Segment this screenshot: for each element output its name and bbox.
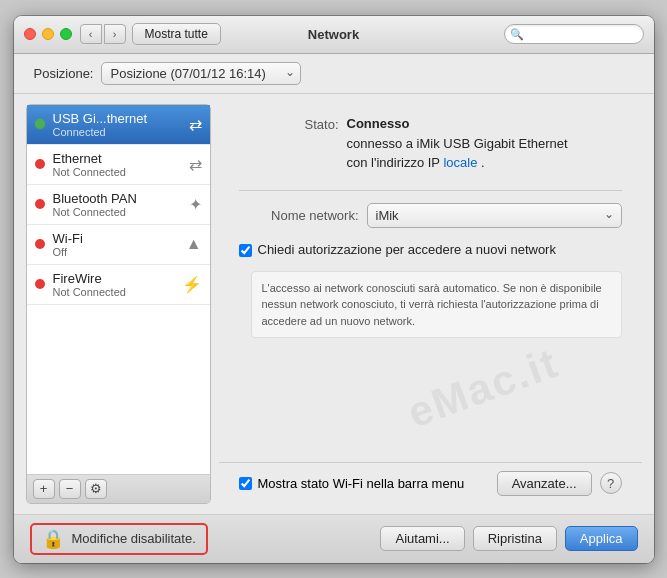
desc-row1-value: connesso a iMik USB Gigabit Ethernet xyxy=(347,136,622,151)
ip-prefix-text: con l'indirizzo IP xyxy=(347,155,440,170)
net-status-ethernet: Not Connected xyxy=(53,166,185,178)
applica-button[interactable]: Applica xyxy=(565,526,638,551)
wifi-menu-label: Mostra stato Wi-Fi nella barra menu xyxy=(258,476,465,491)
left-panel: USB Gi...thernet Connected ⇄ Ethernet No… xyxy=(26,104,211,504)
desc-row1-label xyxy=(239,136,339,137)
network-item-ethernet[interactable]: Ethernet Not Connected ⇄ xyxy=(27,145,210,185)
nome-network-row: Nome network: iMik xyxy=(219,199,642,232)
net-info-usb: USB Gi...thernet Connected xyxy=(53,111,185,138)
network-list: USB Gi...thernet Connected ⇄ Ethernet No… xyxy=(27,105,210,474)
minimize-button[interactable] xyxy=(42,28,54,40)
stato-value: Connesso xyxy=(347,116,622,131)
stato-label: Stato: xyxy=(239,116,339,132)
watermark: eMac.it xyxy=(402,338,565,437)
posizione-label: Posizione: xyxy=(34,66,94,81)
description-text: L'accesso ai network conosciuti sarà aut… xyxy=(262,282,602,327)
ripristina-button[interactable]: Ripristina xyxy=(473,526,557,551)
net-name-firewire: FireWire xyxy=(53,271,178,286)
net-icon-wifi: ▲ xyxy=(186,235,202,253)
net-status-wifi: Off xyxy=(53,246,182,258)
net-icon-usb: ⇄ xyxy=(189,115,202,134)
left-toolbar: + − ⚙ xyxy=(27,474,210,503)
maximize-button[interactable] xyxy=(60,28,72,40)
search-box: 🔍 xyxy=(504,24,644,44)
network-item-bluetooth[interactable]: Bluetooth PAN Not Connected ✦ xyxy=(27,185,210,225)
autorizzazione-checkbox[interactable] xyxy=(239,244,252,257)
divider xyxy=(239,190,622,191)
net-icon-ethernet: ⇄ xyxy=(189,155,202,174)
posizione-select[interactable]: Posizione (07/01/12 16:14) xyxy=(101,62,301,85)
aiutami-button[interactable]: Aiutami... xyxy=(380,526,464,551)
main-window: ‹ › Mostra tutte Network 🔍 Posizione: Po… xyxy=(14,16,654,563)
nome-network-select-wrapper: iMik xyxy=(367,203,622,228)
posizione-select-wrapper: Posizione (07/01/12 16:14) xyxy=(101,62,301,85)
network-item-wifi[interactable]: Wi-Fi Off ▲ xyxy=(27,225,210,265)
ip-dot-text: . xyxy=(481,155,485,170)
checkbox-row: Chiedi autorizzazione per accedere a nuo… xyxy=(219,238,642,261)
avanzate-button[interactable]: Avanzate... xyxy=(497,471,592,496)
right-panel-inner: eMac.it Stato: Connesso connesso a iMik … xyxy=(219,104,642,504)
forward-button[interactable]: › xyxy=(104,24,126,44)
close-button[interactable] xyxy=(24,28,36,40)
window-footer: 🔒 Modifiche disabilitate. Aiutami... Rip… xyxy=(14,514,654,563)
footer-buttons: Aiutami... Ripristina Applica xyxy=(380,526,637,551)
net-name-wifi: Wi-Fi xyxy=(53,231,182,246)
network-item-usb[interactable]: USB Gi...thernet Connected ⇄ xyxy=(27,105,210,145)
desc-row2-label xyxy=(239,155,339,156)
help-button[interactable]: ? xyxy=(600,472,622,494)
stato-row: Stato: Connesso xyxy=(239,116,622,132)
right-bottom: Mostra stato Wi-Fi nella barra menu Avan… xyxy=(219,462,642,504)
settings-network-button[interactable]: ⚙ xyxy=(85,479,107,499)
titlebar: ‹ › Mostra tutte Network 🔍 xyxy=(14,16,654,54)
ip-locale-text: locale xyxy=(443,155,477,170)
net-status-usb: Connected xyxy=(53,126,185,138)
net-info-ethernet: Ethernet Not Connected xyxy=(53,151,185,178)
wifi-menu-row: Mostra stato Wi-Fi nella barra menu xyxy=(239,476,489,491)
net-icon-bluetooth: ✦ xyxy=(189,195,202,214)
mostra-tutte-button[interactable]: Mostra tutte xyxy=(132,23,221,45)
description-box: L'accesso ai network conosciuti sarà aut… xyxy=(251,271,622,339)
wifi-menu-checkbox[interactable] xyxy=(239,477,252,490)
net-info-wifi: Wi-Fi Off xyxy=(53,231,182,258)
back-button[interactable]: ‹ xyxy=(80,24,102,44)
status-section: Stato: Connesso connesso a iMik USB Giga… xyxy=(219,104,642,182)
lock-section[interactable]: 🔒 Modifiche disabilitate. xyxy=(30,523,208,555)
desc-row2-value: con l'indirizzo IP locale . xyxy=(347,155,622,170)
status-dot-ethernet xyxy=(35,159,45,169)
network-item-firewire[interactable]: FireWire Not Connected ⚡ xyxy=(27,265,210,305)
net-status-bluetooth: Not Connected xyxy=(53,206,185,218)
window-title: Network xyxy=(308,27,359,42)
main-content: USB Gi...thernet Connected ⇄ Ethernet No… xyxy=(14,94,654,514)
nome-network-select[interactable]: iMik xyxy=(367,203,622,228)
status-dot-usb xyxy=(35,119,45,129)
nome-network-label: Nome network: xyxy=(239,208,359,223)
net-name-usb: USB Gi...thernet xyxy=(53,111,185,126)
search-icon: 🔍 xyxy=(510,28,524,41)
net-icon-firewire: ⚡ xyxy=(182,275,202,294)
search-input[interactable] xyxy=(504,24,644,44)
net-name-ethernet: Ethernet xyxy=(53,151,185,166)
net-info-bluetooth: Bluetooth PAN Not Connected xyxy=(53,191,185,218)
right-panel: eMac.it Stato: Connesso connesso a iMik … xyxy=(219,104,642,504)
net-name-bluetooth: Bluetooth PAN xyxy=(53,191,185,206)
checkbox-label: Chiedi autorizzazione per accedere a nuo… xyxy=(258,242,556,257)
lock-icon: 🔒 xyxy=(42,528,64,550)
desc-row2: con l'indirizzo IP locale . xyxy=(239,155,622,170)
desc-row1: connesso a iMik USB Gigabit Ethernet xyxy=(239,136,622,151)
status-dot-wifi xyxy=(35,239,45,249)
nav-buttons: ‹ › xyxy=(80,24,126,44)
net-info-firewire: FireWire Not Connected xyxy=(53,271,178,298)
status-dot-bluetooth xyxy=(35,199,45,209)
lock-text: Modifiche disabilitate. xyxy=(72,531,196,546)
add-network-button[interactable]: + xyxy=(33,479,55,499)
traffic-lights xyxy=(24,28,72,40)
remove-network-button[interactable]: − xyxy=(59,479,81,499)
net-status-firewire: Not Connected xyxy=(53,286,178,298)
toolbar-row: Posizione: Posizione (07/01/12 16:14) xyxy=(14,54,654,94)
status-dot-firewire xyxy=(35,279,45,289)
